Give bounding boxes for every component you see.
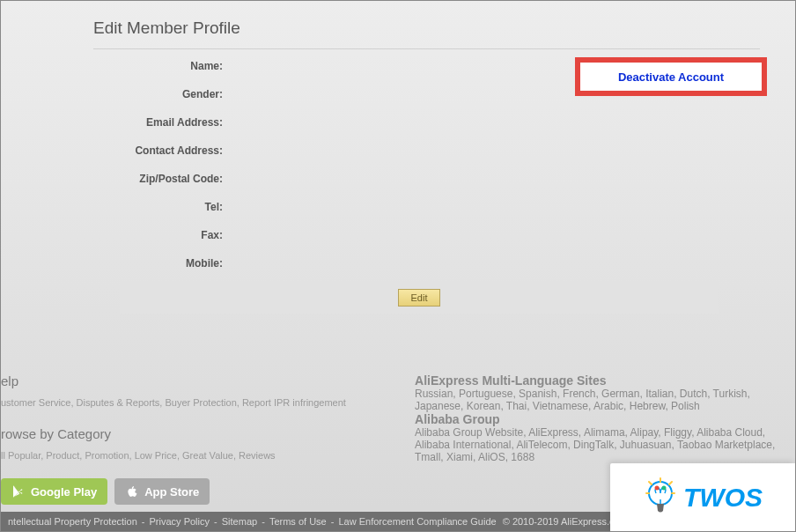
footer-browse-title: rowse by Category [1, 426, 415, 441]
twos-logo-badge: TWOS [610, 463, 795, 531]
page-title: Edit Member Profile [93, 18, 760, 38]
label-zip: Zip/Postal Code: [93, 173, 230, 185]
label-name: Name: [93, 60, 230, 72]
form-row-email: Email Address: [93, 113, 760, 132]
bottom-privacy[interactable]: Privacy Policy [150, 516, 210, 527]
lightbulb-icon [643, 476, 678, 520]
form-row-tel: Tel: [93, 197, 760, 217]
footer-group-links[interactable]: Alibaba Group Website, AliExpress, Alima… [415, 426, 793, 463]
edit-bar: Edit [120, 282, 719, 314]
footer-browse-links[interactable]: ll Popular, Product, Promotion, Low Pric… [1, 448, 415, 463]
form-row-contact: Contact Address: [93, 141, 760, 160]
profile-form-area: Edit Member Profile Name: Gender: Email … [1, 1, 795, 314]
label-mobile: Mobile: [93, 257, 230, 270]
footer-help-title: elp [1, 373, 415, 388]
svg-point-2 [662, 485, 667, 490]
app-store-button[interactable]: App Store [114, 478, 210, 505]
label-fax: Fax: [93, 229, 230, 241]
label-gender: Gender: [93, 88, 230, 100]
footer-lang-title: AliExpress Multi-Language Sites [415, 373, 793, 388]
label-contact: Contact Address: [93, 144, 230, 157]
footer-lang-links[interactable]: Russian, Portuguese, Spanish, French, Ge… [415, 388, 793, 412]
bottom-law[interactable]: Law Enforcement Compliance Guide [339, 516, 497, 527]
form-row-mobile: Mobile: [93, 254, 760, 273]
form-row-zip: Zip/Postal Code: [93, 169, 760, 188]
google-play-label: Google Play [31, 485, 97, 499]
bottom-ip[interactable]: ntellectual Property Protection [8, 516, 137, 527]
deactivate-account-link[interactable]: Deactivate Account [618, 70, 724, 84]
google-play-button[interactable]: Google Play [1, 478, 107, 505]
label-email: Email Address: [93, 116, 230, 129]
apple-icon [125, 484, 139, 499]
label-tel: Tel: [93, 201, 230, 213]
bottom-sitemap[interactable]: Sitemap [222, 516, 257, 527]
app-buttons: Google Play App Store [1, 478, 415, 505]
twos-logo-text: TWOS [683, 483, 763, 513]
footer-group-title: Alibaba Group [415, 412, 793, 426]
app-store-label: App Store [144, 485, 199, 499]
deactivate-account-box: Deactivate Account [575, 57, 767, 96]
footer-help-links[interactable]: ustomer Service, Disputes & Reports, Buy… [1, 395, 415, 410]
bottom-terms[interactable]: Terms of Use [269, 516, 327, 527]
google-play-icon [11, 484, 26, 499]
form-row-fax: Fax: [93, 225, 760, 245]
footer-col-left: elp ustomer Service, Disputes & Reports,… [1, 373, 415, 505]
edit-button[interactable]: Edit [398, 289, 441, 307]
svg-point-1 [655, 485, 660, 490]
divider [93, 48, 760, 49]
